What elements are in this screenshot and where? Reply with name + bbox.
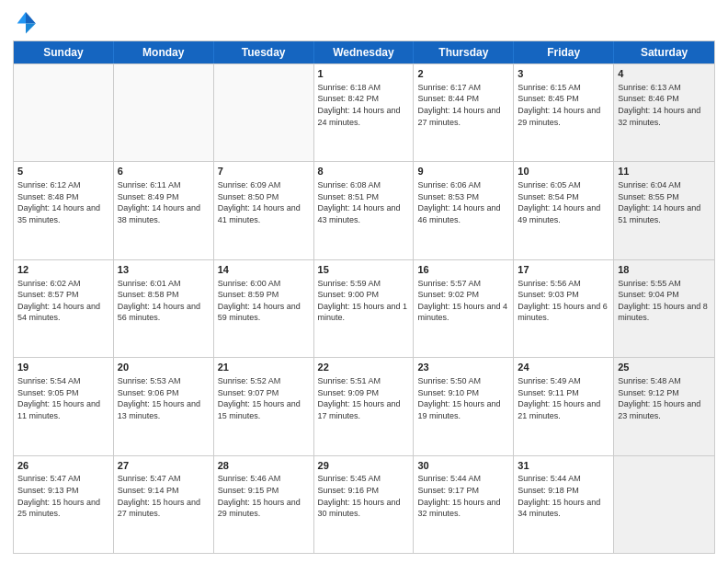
cell-number: 1	[318, 67, 410, 81]
day-header-tuesday: Tuesday	[214, 41, 314, 63]
cell-info: Sunrise: 6:11 AM Sunset: 8:49 PM Dayligh…	[118, 179, 210, 225]
cell-info: Sunrise: 6:09 AM Sunset: 8:50 PM Dayligh…	[218, 179, 310, 225]
cell-number: 24	[518, 361, 609, 374]
calendar-body: 1Sunrise: 6:18 AM Sunset: 8:42 PM Daylig…	[14, 63, 714, 553]
calendar-cell: 16Sunrise: 5:57 AM Sunset: 9:02 PM Dayli…	[414, 260, 514, 357]
cell-number: 11	[618, 165, 711, 178]
cell-number: 18	[618, 263, 711, 277]
calendar-cell: 23Sunrise: 5:50 AM Sunset: 9:10 PM Dayli…	[414, 358, 514, 454]
cell-info: Sunrise: 5:52 AM Sunset: 9:07 PM Dayligh…	[218, 375, 310, 421]
day-header-wednesday: Wednesday	[314, 41, 415, 63]
cell-number: 2	[417, 67, 509, 81]
calendar-cell: 3Sunrise: 6:15 AM Sunset: 8:45 PM Daylig…	[514, 64, 614, 161]
cell-info: Sunrise: 6:18 AM Sunset: 8:42 PM Dayligh…	[318, 82, 410, 128]
day-header-monday: Monday	[114, 41, 214, 63]
cell-number: 19	[17, 361, 109, 374]
cell-number: 13	[118, 263, 210, 277]
calendar-cell: 12Sunrise: 6:02 AM Sunset: 8:57 PM Dayli…	[14, 260, 114, 357]
cell-info: Sunrise: 5:47 AM Sunset: 9:13 PM Dayligh…	[17, 473, 109, 519]
cell-info: Sunrise: 5:50 AM Sunset: 9:10 PM Dayligh…	[417, 375, 509, 421]
day-header-saturday: Saturday	[614, 41, 714, 63]
calendar-cell: 30Sunrise: 5:44 AM Sunset: 9:17 PM Dayli…	[414, 456, 514, 553]
calendar-cell	[114, 64, 214, 161]
cell-info: Sunrise: 6:12 AM Sunset: 8:48 PM Dayligh…	[17, 179, 109, 225]
calendar-cell: 20Sunrise: 5:53 AM Sunset: 9:06 PM Dayli…	[114, 358, 214, 454]
cell-number: 3	[518, 67, 609, 81]
calendar-cell: 19Sunrise: 5:54 AM Sunset: 9:05 PM Dayli…	[14, 358, 114, 454]
calendar-cell: 24Sunrise: 5:49 AM Sunset: 9:11 PM Dayli…	[514, 358, 614, 454]
calendar-cell: 4Sunrise: 6:13 AM Sunset: 8:46 PM Daylig…	[614, 64, 714, 161]
cell-info: Sunrise: 5:49 AM Sunset: 9:11 PM Dayligh…	[518, 375, 609, 421]
cell-info: Sunrise: 5:48 AM Sunset: 9:12 PM Dayligh…	[618, 375, 711, 421]
cell-number: 29	[318, 459, 410, 473]
calendar: SundayMondayTuesdayWednesdayThursdayFrid…	[13, 40, 715, 554]
cell-number: 4	[618, 67, 711, 81]
cell-number: 14	[218, 263, 310, 277]
calendar-cell: 27Sunrise: 5:47 AM Sunset: 9:14 PM Dayli…	[114, 456, 214, 553]
calendar-cell: 5Sunrise: 6:12 AM Sunset: 8:48 PM Daylig…	[14, 162, 114, 259]
cell-info: Sunrise: 5:51 AM Sunset: 9:09 PM Dayligh…	[318, 375, 410, 421]
calendar-cell: 6Sunrise: 6:11 AM Sunset: 8:49 PM Daylig…	[114, 162, 214, 259]
calendar-cell: 13Sunrise: 6:01 AM Sunset: 8:58 PM Dayli…	[114, 260, 214, 357]
calendar-cell: 15Sunrise: 5:59 AM Sunset: 9:00 PM Dayli…	[314, 260, 415, 357]
cell-info: Sunrise: 5:56 AM Sunset: 9:03 PM Dayligh…	[518, 278, 609, 324]
cell-number: 20	[118, 361, 210, 374]
cell-info: Sunrise: 5:45 AM Sunset: 9:16 PM Dayligh…	[318, 473, 410, 519]
calendar-cell: 25Sunrise: 5:48 AM Sunset: 9:12 PM Dayli…	[614, 358, 714, 454]
cell-number: 15	[318, 263, 410, 277]
cell-info: Sunrise: 6:08 AM Sunset: 8:51 PM Dayligh…	[318, 179, 410, 225]
week-row-3: 19Sunrise: 5:54 AM Sunset: 9:05 PM Dayli…	[14, 357, 714, 454]
cell-info: Sunrise: 5:55 AM Sunset: 9:04 PM Dayligh…	[618, 278, 711, 324]
calendar-cell: 31Sunrise: 5:44 AM Sunset: 9:18 PM Dayli…	[514, 456, 614, 553]
cell-info: Sunrise: 5:44 AM Sunset: 9:18 PM Dayligh…	[518, 473, 609, 519]
cell-info: Sunrise: 5:47 AM Sunset: 9:14 PM Dayligh…	[118, 473, 210, 519]
week-row-4: 26Sunrise: 5:47 AM Sunset: 9:13 PM Dayli…	[14, 455, 714, 553]
day-header-sunday: Sunday	[14, 41, 114, 63]
cell-number: 26	[17, 459, 109, 473]
page: SundayMondayTuesdayWednesdayThursdayFrid…	[0, 0, 728, 563]
day-header-thursday: Thursday	[414, 41, 514, 63]
cell-number: 5	[17, 165, 109, 178]
calendar-cell: 26Sunrise: 5:47 AM Sunset: 9:13 PM Dayli…	[14, 456, 114, 553]
cell-number: 7	[218, 165, 310, 178]
cell-number: 31	[518, 459, 609, 473]
cell-number: 16	[417, 263, 509, 277]
cell-info: Sunrise: 5:53 AM Sunset: 9:06 PM Dayligh…	[118, 375, 210, 421]
cell-info: Sunrise: 5:54 AM Sunset: 9:05 PM Dayligh…	[17, 375, 109, 421]
calendar-cell: 22Sunrise: 5:51 AM Sunset: 9:09 PM Dayli…	[314, 358, 415, 454]
calendar-cell: 10Sunrise: 6:05 AM Sunset: 8:54 PM Dayli…	[514, 162, 614, 259]
cell-info: Sunrise: 6:15 AM Sunset: 8:45 PM Dayligh…	[518, 82, 609, 128]
cell-info: Sunrise: 6:06 AM Sunset: 8:53 PM Dayligh…	[417, 179, 509, 225]
svg-marker-2	[17, 12, 26, 23]
cell-info: Sunrise: 6:04 AM Sunset: 8:55 PM Dayligh…	[618, 179, 711, 225]
cell-number: 30	[417, 459, 509, 473]
calendar-cell	[14, 64, 114, 161]
cell-info: Sunrise: 5:44 AM Sunset: 9:17 PM Dayligh…	[417, 473, 509, 519]
cell-number: 12	[17, 263, 109, 277]
cell-number: 21	[218, 361, 310, 374]
calendar-cell: 8Sunrise: 6:08 AM Sunset: 8:51 PM Daylig…	[314, 162, 415, 259]
logo	[13, 9, 40, 35]
svg-marker-1	[26, 24, 36, 34]
cell-info: Sunrise: 6:02 AM Sunset: 8:57 PM Dayligh…	[17, 278, 109, 324]
calendar-cell: 21Sunrise: 5:52 AM Sunset: 9:07 PM Dayli…	[214, 358, 314, 454]
cell-number: 22	[318, 361, 410, 374]
calendar-cell: 2Sunrise: 6:17 AM Sunset: 8:44 PM Daylig…	[414, 64, 514, 161]
cell-number: 9	[417, 165, 509, 178]
cell-info: Sunrise: 5:59 AM Sunset: 9:00 PM Dayligh…	[318, 278, 410, 324]
calendar-cell	[214, 64, 314, 161]
cell-info: Sunrise: 6:17 AM Sunset: 8:44 PM Dayligh…	[417, 82, 509, 128]
logo-icon	[13, 9, 39, 35]
cell-info: Sunrise: 6:13 AM Sunset: 8:46 PM Dayligh…	[618, 82, 711, 128]
cell-number: 8	[318, 165, 410, 178]
calendar-cell: 29Sunrise: 5:45 AM Sunset: 9:16 PM Dayli…	[314, 456, 415, 553]
calendar-cell	[614, 456, 714, 553]
cell-number: 6	[118, 165, 210, 178]
cell-number: 10	[518, 165, 609, 178]
week-row-1: 5Sunrise: 6:12 AM Sunset: 8:48 PM Daylig…	[14, 161, 714, 259]
day-header-friday: Friday	[514, 41, 614, 63]
calendar-cell: 17Sunrise: 5:56 AM Sunset: 9:03 PM Dayli…	[514, 260, 614, 357]
cell-number: 17	[518, 263, 609, 277]
calendar-cell: 18Sunrise: 5:55 AM Sunset: 9:04 PM Dayli…	[614, 260, 714, 357]
cell-number: 27	[118, 459, 210, 473]
